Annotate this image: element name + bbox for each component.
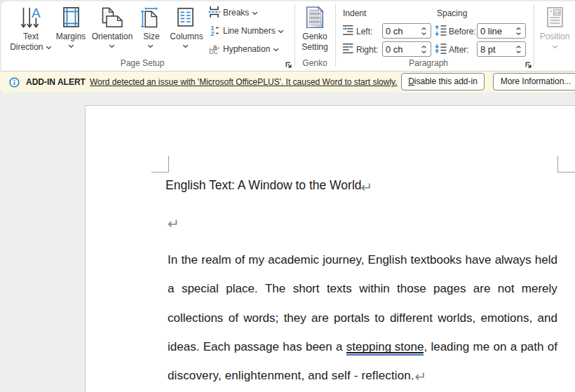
svg-text:2: 2 bbox=[210, 30, 214, 36]
svg-text:A: A bbox=[32, 7, 41, 20]
